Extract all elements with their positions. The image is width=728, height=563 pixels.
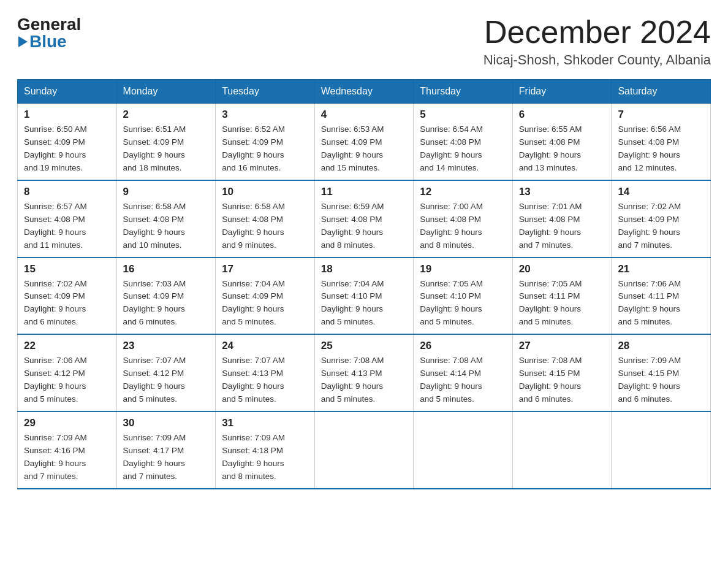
day-info: Sunrise: 6:55 AMSunset: 4:08 PMDaylight:… [519,123,605,175]
day-info: Sunrise: 6:54 AMSunset: 4:08 PMDaylight:… [420,123,506,175]
day-number: 5 [420,109,506,121]
day-info: Sunrise: 7:05 AMSunset: 4:11 PMDaylight:… [519,278,605,329]
day-number: 20 [519,263,605,275]
calendar-cell [314,412,414,489]
day-number: 1 [24,109,110,121]
day-number: 31 [222,417,308,429]
calendar-cell: 12Sunrise: 7:00 AMSunset: 4:08 PMDayligh… [414,180,513,258]
calendar-cell: 10Sunrise: 6:58 AMSunset: 4:08 PMDayligh… [216,180,315,258]
calendar-week-row: 1Sunrise: 6:50 AMSunset: 4:09 PMDaylight… [18,104,711,180]
calendar-cell [414,412,513,489]
day-number: 8 [24,186,110,198]
main-title: December 2024 [483,15,711,50]
calendar-cell: 2Sunrise: 6:51 AMSunset: 4:09 PMDaylight… [116,104,216,180]
day-number: 3 [222,109,308,121]
day-info: Sunrise: 7:09 AMSunset: 4:18 PMDaylight:… [222,432,308,483]
calendar-cell: 9Sunrise: 6:58 AMSunset: 4:08 PMDaylight… [116,180,216,258]
day-number: 7 [618,109,704,121]
calendar-cell: 19Sunrise: 7:05 AMSunset: 4:10 PMDayligh… [414,258,513,335]
calendar-week-row: 8Sunrise: 6:57 AMSunset: 4:08 PMDaylight… [18,180,711,258]
day-number: 11 [321,186,408,198]
day-number: 9 [123,186,210,198]
calendar-cell: 26Sunrise: 7:08 AMSunset: 4:14 PMDayligh… [414,334,513,412]
day-number: 10 [222,186,308,198]
day-number: 13 [519,186,605,198]
calendar-cell: 21Sunrise: 7:06 AMSunset: 4:11 PMDayligh… [612,258,711,335]
calendar-cell: 3Sunrise: 6:52 AMSunset: 4:09 PMDaylight… [216,104,315,180]
day-info: Sunrise: 6:59 AMSunset: 4:08 PMDaylight:… [321,201,408,252]
logo: General Blue [17,15,81,52]
day-number: 14 [618,186,704,198]
day-info: Sunrise: 6:57 AMSunset: 4:08 PMDaylight:… [24,201,110,252]
calendar-cell: 17Sunrise: 7:04 AMSunset: 4:09 PMDayligh… [216,258,315,335]
calendar-cell: 16Sunrise: 7:03 AMSunset: 4:09 PMDayligh… [116,258,216,335]
calendar-cell: 28Sunrise: 7:09 AMSunset: 4:15 PMDayligh… [612,334,711,412]
day-info: Sunrise: 6:51 AMSunset: 4:09 PMDaylight:… [123,123,210,175]
calendar-cell: 14Sunrise: 7:02 AMSunset: 4:09 PMDayligh… [612,180,711,258]
day-info: Sunrise: 7:07 AMSunset: 4:13 PMDaylight:… [222,354,308,406]
day-info: Sunrise: 7:08 AMSunset: 4:15 PMDaylight:… [519,354,605,406]
calendar-week-row: 15Sunrise: 7:02 AMSunset: 4:09 PMDayligh… [18,258,711,335]
calendar-week-row: 29Sunrise: 7:09 AMSunset: 4:16 PMDayligh… [18,412,711,489]
day-info: Sunrise: 7:08 AMSunset: 4:14 PMDaylight:… [420,354,506,406]
calendar-day-header: Monday [116,80,216,104]
day-info: Sunrise: 7:02 AMSunset: 4:09 PMDaylight:… [618,201,704,252]
day-info: Sunrise: 7:09 AMSunset: 4:16 PMDaylight:… [24,432,110,483]
calendar-day-header: Saturday [612,80,711,104]
calendar-cell: 8Sunrise: 6:57 AMSunset: 4:08 PMDaylight… [18,180,117,258]
day-info: Sunrise: 7:02 AMSunset: 4:09 PMDaylight:… [24,278,110,329]
day-info: Sunrise: 7:06 AMSunset: 4:12 PMDaylight:… [24,354,110,406]
day-info: Sunrise: 6:53 AMSunset: 4:09 PMDaylight:… [321,123,408,175]
day-number: 25 [321,340,408,352]
day-number: 30 [123,417,210,429]
calendar-week-row: 22Sunrise: 7:06 AMSunset: 4:12 PMDayligh… [18,334,711,412]
calendar-day-header: Sunday [18,80,117,104]
calendar-cell: 1Sunrise: 6:50 AMSunset: 4:09 PMDaylight… [18,104,117,180]
day-info: Sunrise: 7:04 AMSunset: 4:10 PMDaylight:… [321,278,408,329]
day-info: Sunrise: 7:06 AMSunset: 4:11 PMDaylight:… [618,278,704,329]
calendar-cell: 4Sunrise: 6:53 AMSunset: 4:09 PMDaylight… [314,104,414,180]
day-info: Sunrise: 7:09 AMSunset: 4:15 PMDaylight:… [618,354,704,406]
calendar-cell: 5Sunrise: 6:54 AMSunset: 4:08 PMDaylight… [414,104,513,180]
calendar-table: SundayMondayTuesdayWednesdayThursdayFrid… [17,79,711,489]
day-number: 2 [123,109,210,121]
calendar-cell: 25Sunrise: 7:08 AMSunset: 4:13 PMDayligh… [314,334,414,412]
calendar-cell: 18Sunrise: 7:04 AMSunset: 4:10 PMDayligh… [314,258,414,335]
calendar-cell: 24Sunrise: 7:07 AMSunset: 4:13 PMDayligh… [216,334,315,412]
logo-blue-text: Blue [29,32,67,52]
calendar-cell: 13Sunrise: 7:01 AMSunset: 4:08 PMDayligh… [512,180,612,258]
calendar-day-header: Thursday [414,80,513,104]
logo-arrow-icon [18,36,28,47]
calendar-cell: 27Sunrise: 7:08 AMSunset: 4:15 PMDayligh… [512,334,612,412]
calendar-day-header: Tuesday [216,80,315,104]
day-info: Sunrise: 6:50 AMSunset: 4:09 PMDaylight:… [24,123,110,175]
day-number: 21 [618,263,704,275]
day-number: 15 [24,263,110,275]
day-number: 18 [321,263,408,275]
calendar-day-header: Wednesday [314,80,414,104]
day-number: 28 [618,340,704,352]
page-header: General Blue December 2024 Nicaj-Shosh, … [17,15,711,68]
day-info: Sunrise: 7:09 AMSunset: 4:17 PMDaylight:… [123,432,210,483]
calendar-header-row: SundayMondayTuesdayWednesdayThursdayFrid… [18,80,711,104]
day-info: Sunrise: 6:58 AMSunset: 4:08 PMDaylight:… [222,201,308,252]
calendar-cell: 15Sunrise: 7:02 AMSunset: 4:09 PMDayligh… [18,258,117,335]
day-info: Sunrise: 7:08 AMSunset: 4:13 PMDaylight:… [321,354,408,406]
day-number: 16 [123,263,210,275]
day-number: 29 [24,417,110,429]
day-number: 27 [519,340,605,352]
day-info: Sunrise: 7:05 AMSunset: 4:10 PMDaylight:… [420,278,506,329]
day-info: Sunrise: 7:01 AMSunset: 4:08 PMDaylight:… [519,201,605,252]
day-info: Sunrise: 7:04 AMSunset: 4:09 PMDaylight:… [222,278,308,329]
calendar-cell: 6Sunrise: 6:55 AMSunset: 4:08 PMDaylight… [512,104,612,180]
day-number: 6 [519,109,605,121]
subtitle: Nicaj-Shosh, Shkoder County, Albania [483,52,711,68]
calendar-cell: 29Sunrise: 7:09 AMSunset: 4:16 PMDayligh… [18,412,117,489]
calendar-cell: 23Sunrise: 7:07 AMSunset: 4:12 PMDayligh… [116,334,216,412]
day-number: 12 [420,186,506,198]
day-number: 22 [24,340,110,352]
day-info: Sunrise: 6:52 AMSunset: 4:09 PMDaylight:… [222,123,308,175]
title-block: December 2024 Nicaj-Shosh, Shkoder Count… [483,15,711,68]
day-info: Sunrise: 6:58 AMSunset: 4:08 PMDaylight:… [123,201,210,252]
calendar-cell [612,412,711,489]
